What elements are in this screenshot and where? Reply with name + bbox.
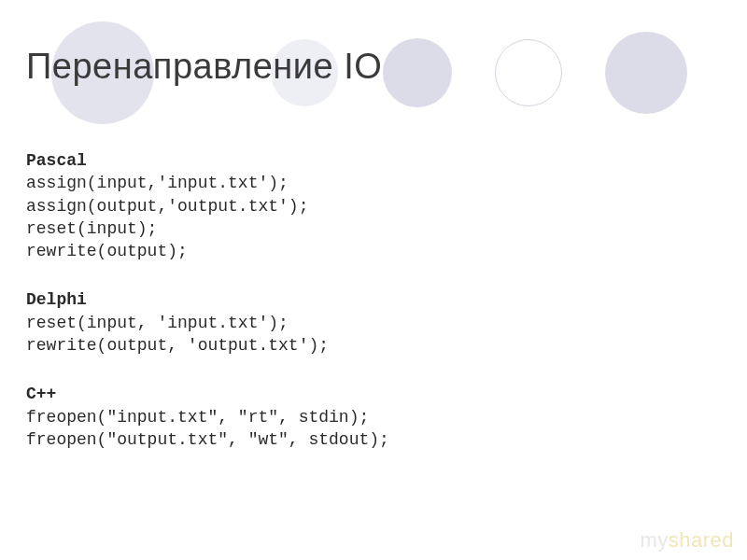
circle-decoration	[495, 39, 562, 106]
code-line: freopen("input.txt", "rt", stdin);	[26, 406, 389, 428]
watermark-prefix: my	[640, 528, 668, 552]
code-block-cpp: C++ freopen("input.txt", "rt", stdin); f…	[26, 383, 389, 451]
code-line: freopen("output.txt", "wt", stdout);	[26, 428, 389, 451]
language-label: Delphi	[26, 288, 389, 311]
watermark-accent: shared	[669, 528, 734, 552]
circle-decoration	[605, 32, 687, 114]
code-line: rewrite(output);	[26, 240, 389, 262]
slide-title: Перенаправление IO	[26, 47, 382, 87]
watermark: myshared	[640, 528, 734, 553]
code-line: reset(input);	[26, 217, 389, 240]
code-line: reset(input, 'input.txt');	[26, 312, 389, 334]
code-content: Pascal assign(input,'input.txt'); assign…	[26, 149, 389, 477]
code-block-pascal: Pascal assign(input,'input.txt'); assign…	[26, 149, 389, 262]
code-line: rewrite(output, 'output.txt');	[26, 334, 389, 357]
code-block-delphi: Delphi reset(input, 'input.txt'); rewrit…	[26, 288, 389, 357]
language-label: C++	[26, 383, 389, 405]
code-line: assign(output,'output.txt');	[26, 195, 389, 217]
language-label: Pascal	[26, 149, 389, 172]
code-line: assign(input,'input.txt');	[26, 172, 389, 194]
circle-decoration	[383, 38, 452, 107]
